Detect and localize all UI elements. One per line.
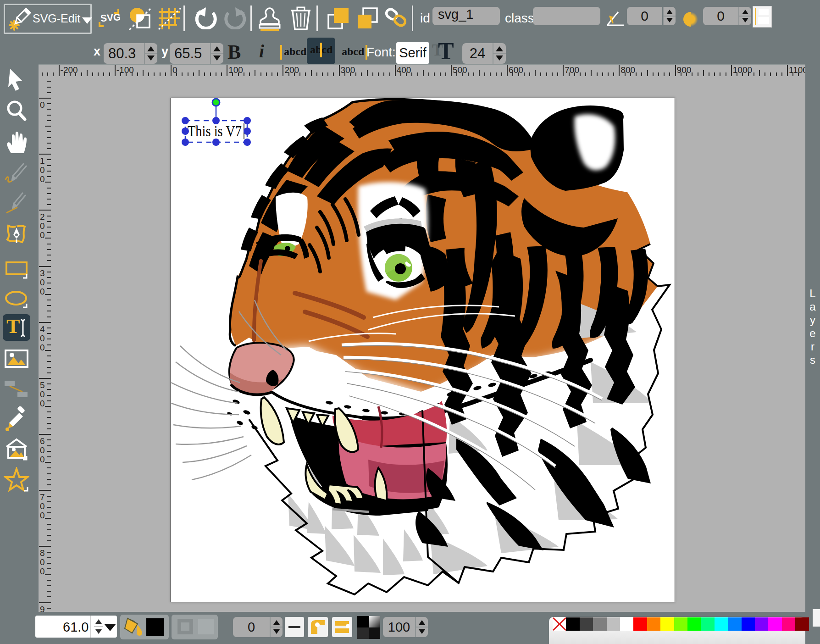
- svg-text:This is V7: This is V7: [188, 122, 242, 139]
- svg-text:T: T: [6, 315, 20, 338]
